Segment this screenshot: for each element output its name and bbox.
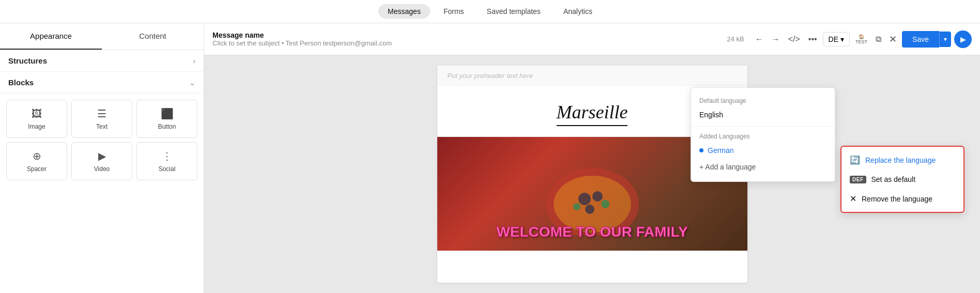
tab-content[interactable]: Content xyxy=(102,23,204,50)
block-video-label: Video xyxy=(94,165,110,173)
svg-point-5 xyxy=(573,203,580,210)
video-icon: ▶ xyxy=(98,150,106,162)
left-sidebar: Appearance Content Structures › Blocks ⌄… xyxy=(0,23,204,293)
block-spacer-label: Spacer xyxy=(27,165,47,173)
canvas-area: Put your preheader text here Marseille xyxy=(204,55,980,293)
block-text[interactable]: ☰ Text xyxy=(71,100,132,138)
svg-point-3 xyxy=(592,191,603,202)
tab-messages[interactable]: Messages xyxy=(378,4,430,19)
redo-button[interactable]: → xyxy=(769,32,783,47)
add-language-label: + Add a language xyxy=(699,163,756,171)
block-spacer[interactable]: ⊕ Spacer xyxy=(6,142,67,180)
tab-appearance[interactable]: Appearance xyxy=(0,23,102,50)
image-icon: 🖼 xyxy=(32,108,42,120)
message-info: Message name Click to set the subject • … xyxy=(212,31,723,47)
block-social-label: Social xyxy=(159,165,176,173)
dropdown-divider xyxy=(691,126,835,127)
svg-point-2 xyxy=(578,193,591,205)
save-dropdown-button[interactable]: ▾ xyxy=(939,32,951,47)
tab-forms[interactable]: Forms xyxy=(434,4,473,19)
remove-language-item[interactable]: ✕ Remove the language xyxy=(841,189,963,209)
context-menu: 🔄 Replace the language DEF Set as defaul… xyxy=(840,146,964,213)
block-image[interactable]: 🖼 Image xyxy=(6,100,67,138)
tab-saved-templates[interactable]: Saved templates xyxy=(478,4,550,19)
blocks-chevron-icon: ⌄ xyxy=(189,79,195,87)
save-button[interactable]: Save xyxy=(902,31,939,48)
remove-label: Remove the language xyxy=(862,195,932,203)
set-default-item[interactable]: DEF Set as default xyxy=(841,170,963,189)
recipient-info: • Test Person testperson@gmail.com xyxy=(282,39,392,47)
main-layout: Appearance Content Structures › Blocks ⌄… xyxy=(0,23,980,293)
english-label: English xyxy=(699,111,723,119)
language-selector-button[interactable]: DE ▾ xyxy=(823,32,850,47)
toolbar-actions: ← → </> ••• DE ▾ 🏠 TEST ⧉ ✕ Save xyxy=(753,30,972,48)
preheader[interactable]: Put your preheader text here xyxy=(437,66,747,86)
code-editor-button[interactable]: </> xyxy=(786,32,803,47)
replace-icon: 🔄 xyxy=(850,155,860,165)
test-button[interactable]: 🏠 TEST xyxy=(853,32,870,47)
text-icon: ☰ xyxy=(97,107,106,120)
undo-button[interactable]: ← xyxy=(753,32,766,47)
file-size: 24 kB xyxy=(727,35,744,43)
send-button[interactable]: ▶ xyxy=(954,30,972,48)
email-title: Marseille xyxy=(557,101,628,126)
blocks-label: Blocks xyxy=(8,78,34,87)
test-house-icon: 🏠 xyxy=(859,34,864,39)
test-badge: 🏠 TEST xyxy=(855,34,867,44)
block-video[interactable]: ▶ Video xyxy=(71,142,132,180)
block-social[interactable]: ⋮ Social xyxy=(136,142,197,180)
top-navigation: Messages Forms Saved templates Analytics xyxy=(0,0,980,23)
preheader-text: Put your preheader text here xyxy=(448,72,533,80)
button-icon: ⬛ xyxy=(161,107,174,120)
spacer-icon: ⊕ xyxy=(33,150,41,162)
more-options-button[interactable]: ••• xyxy=(806,32,820,47)
structures-label: Structures xyxy=(8,56,47,65)
message-name[interactable]: Message name xyxy=(212,31,723,39)
block-text-label: Text xyxy=(96,123,108,130)
add-language-item[interactable]: + Add a language xyxy=(691,159,835,175)
welcome-text: WELCOME TO OUR FAMILY xyxy=(448,224,737,240)
default-label: Set as default xyxy=(871,175,916,183)
default-language-label: Default language xyxy=(691,94,835,106)
content-area: Message name Click to set the subject • … xyxy=(204,23,980,293)
subject-label[interactable]: Click to set the subject xyxy=(212,39,280,47)
blocks-grid: 🖼 Image ☰ Text ⬛ Button ⊕ Spacer ▶ Video… xyxy=(0,94,204,187)
toolbar: Message name Click to set the subject • … xyxy=(204,23,980,55)
added-languages-label: Added Languages xyxy=(691,130,835,142)
block-button-label: Button xyxy=(158,123,176,130)
german-language-item[interactable]: German xyxy=(691,142,835,159)
social-icon: ⋮ xyxy=(162,150,172,162)
structures-chevron-icon: › xyxy=(193,57,195,65)
replace-label: Replace the language xyxy=(865,156,936,164)
copy-button[interactable]: ⧉ xyxy=(873,32,884,47)
lang-code: DE xyxy=(829,35,838,43)
def-badge: DEF xyxy=(850,176,866,183)
german-label: German xyxy=(708,146,734,155)
sidebar-tabs: Appearance Content xyxy=(0,23,204,50)
save-button-group: Save ▾ xyxy=(902,31,951,48)
block-image-label: Image xyxy=(28,123,45,130)
replace-language-item[interactable]: 🔄 Replace the language xyxy=(841,150,963,170)
remove-icon: ✕ xyxy=(850,194,856,204)
block-button[interactable]: ⬛ Button xyxy=(136,100,197,138)
german-dot-icon xyxy=(699,148,703,152)
welcome-overlay: WELCOME TO OUR FAMILY xyxy=(437,213,747,251)
structures-section[interactable]: Structures › xyxy=(0,50,204,72)
blocks-section[interactable]: Blocks ⌄ xyxy=(0,72,204,94)
close-button[interactable]: ✕ xyxy=(887,32,899,47)
svg-point-4 xyxy=(585,205,594,214)
tab-analytics[interactable]: Analytics xyxy=(554,4,602,19)
default-language-english[interactable]: English xyxy=(691,106,835,123)
language-dropdown: Default language English Added Languages… xyxy=(691,87,835,182)
lang-chevron-icon: ▾ xyxy=(840,35,844,43)
message-subject: Click to set the subject • Test Person t… xyxy=(212,39,723,47)
svg-point-6 xyxy=(601,200,609,208)
test-label: TEST xyxy=(855,39,867,44)
